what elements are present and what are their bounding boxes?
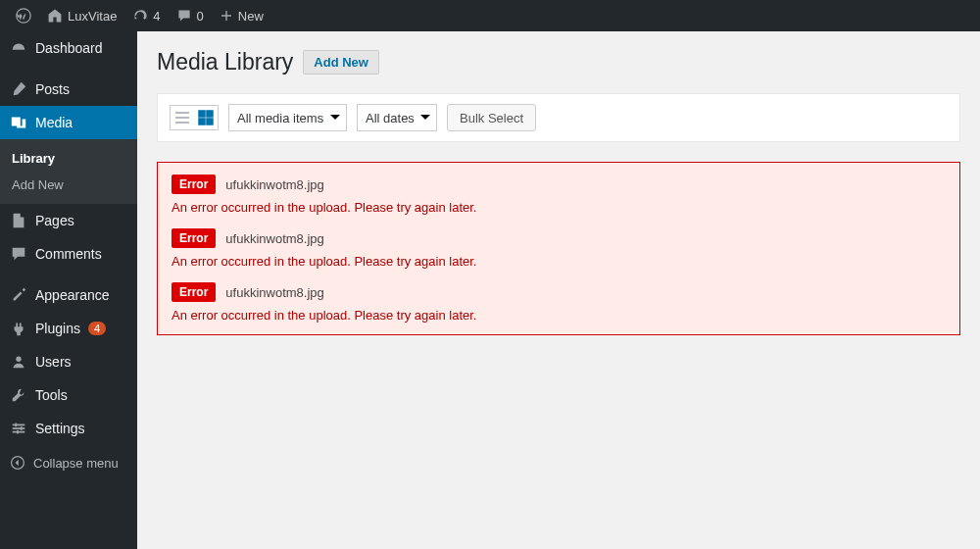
svg-rect-7 (17, 430, 19, 434)
wp-logo[interactable] (8, 8, 39, 24)
sidebar-item-appearance[interactable]: Appearance (0, 278, 137, 312)
error-row: Errorufukkinwotm8.jpgAn error occurred i… (172, 228, 946, 269)
sidebar-item-label: Settings (35, 421, 85, 436)
main-content: Media Library Add New All media items Al… (137, 31, 980, 549)
site-name: LuxVitae (68, 9, 117, 24)
updates-count: 4 (153, 9, 160, 24)
new-link[interactable]: New (212, 9, 271, 24)
svg-rect-6 (21, 426, 23, 430)
error-badge: Error (172, 175, 216, 194)
svg-rect-9 (175, 112, 189, 114)
media-toolbar: All media items All dates Bulk Select (157, 93, 960, 142)
sidebar-item-label: Posts (35, 81, 70, 97)
sidebar-item-comments[interactable]: Comments (0, 237, 137, 271)
svg-rect-3 (13, 427, 25, 429)
svg-rect-13 (207, 111, 213, 117)
sidebar-item-label: Dashboard (35, 40, 103, 56)
site-link[interactable]: LuxVitae (39, 8, 124, 24)
sidebar-item-media[interactable]: Media (0, 106, 137, 139)
svg-rect-2 (13, 424, 25, 426)
filter-date-select[interactable]: All dates (357, 104, 437, 131)
admin-sidebar: Dashboard Posts Media Library Add New Pa… (0, 31, 137, 549)
page-title: Media Library (157, 49, 293, 75)
view-switch (170, 105, 219, 130)
error-message: An error occurred in the upload. Please … (172, 200, 946, 215)
sidebar-item-settings[interactable]: Settings (0, 412, 137, 445)
updates-link[interactable]: 4 (124, 8, 168, 24)
sidebar-item-label: Appearance (35, 287, 110, 303)
sidebar-item-label: Media (35, 115, 73, 130)
svg-rect-5 (15, 424, 17, 427)
sidebar-item-dashboard[interactable]: Dashboard (0, 31, 137, 65)
add-new-button[interactable]: Add New (303, 50, 379, 75)
sidebar-item-label: Users (35, 354, 72, 370)
svg-rect-12 (199, 111, 205, 117)
collapse-label: Collapse menu (33, 456, 119, 471)
submenu-item-library[interactable]: Library (0, 145, 137, 172)
bulk-select-button[interactable]: Bulk Select (447, 104, 536, 131)
admin-bar: LuxVitae 4 0 New (0, 0, 980, 31)
svg-point-1 (16, 357, 21, 362)
sidebar-item-posts[interactable]: Posts (0, 73, 137, 106)
sidebar-item-tools[interactable]: Tools (0, 378, 137, 412)
sidebar-item-pages[interactable]: Pages (0, 204, 137, 237)
svg-rect-11 (175, 122, 189, 124)
error-message: An error occurred in the upload. Please … (172, 308, 946, 323)
error-filename: ufukkinwotm8.jpg (225, 177, 323, 192)
new-label: New (238, 9, 264, 24)
error-message: An error occurred in the upload. Please … (172, 254, 946, 269)
svg-rect-14 (199, 119, 205, 125)
svg-rect-15 (207, 119, 213, 125)
filter-type-select[interactable]: All media items (228, 104, 347, 131)
error-filename: ufukkinwotm8.jpg (225, 231, 323, 246)
error-row: Errorufukkinwotm8.jpgAn error occurred i… (172, 282, 946, 323)
error-filename: ufukkinwotm8.jpg (225, 285, 323, 300)
sidebar-item-label: Comments (35, 246, 102, 262)
sidebar-item-label: Pages (35, 213, 74, 228)
upload-errors: Errorufukkinwotm8.jpgAn error occurred i… (157, 162, 960, 335)
plugins-count-badge: 4 (88, 322, 106, 335)
view-grid-button[interactable] (194, 106, 218, 129)
submenu-item-addnew[interactable]: Add New (0, 172, 137, 198)
sidebar-item-label: Tools (35, 387, 68, 403)
media-submenu: Library Add New (0, 139, 137, 204)
error-row: Errorufukkinwotm8.jpgAn error occurred i… (172, 175, 946, 215)
collapse-menu[interactable]: Collapse menu (0, 445, 137, 480)
svg-rect-10 (175, 117, 189, 119)
error-badge: Error (172, 282, 216, 302)
sidebar-item-plugins[interactable]: Plugins 4 (0, 312, 137, 345)
comments-link[interactable]: 0 (169, 8, 212, 24)
sidebar-item-users[interactable]: Users (0, 345, 137, 378)
view-list-button[interactable] (171, 106, 194, 129)
sidebar-item-label: Plugins (35, 321, 80, 336)
error-badge: Error (172, 228, 216, 248)
comments-count: 0 (197, 9, 204, 24)
